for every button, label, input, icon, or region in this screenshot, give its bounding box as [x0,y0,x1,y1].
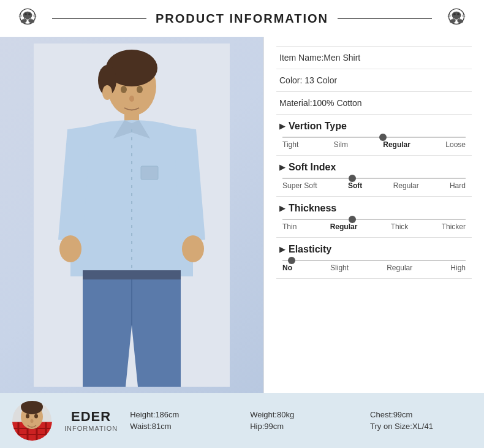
brand-name: EDER [64,409,118,425]
stat-trysize: Try on Size:XL/41 [370,422,472,431]
main-container: PRODUCT INFORMATION [0,0,484,448]
svg-point-48 [31,419,34,423]
stat-weight: Weight:80kg [250,410,352,419]
header-line-right [338,18,432,19]
elasticity-label-1: Slight [330,264,349,272]
vertion-label-0: Tight [282,140,298,149]
stat-hip: Hip:99cm [250,422,352,431]
soft-labels: Super Soft Soft Regular Hard [282,181,466,190]
svg-point-9 [28,18,35,23]
color-row: Color: 13 Color [276,69,472,92]
thickness-section: ▶ Thickness Thin Regular Thick Thicker [276,197,472,238]
product-image-section [0,37,263,393]
svg-point-19 [457,18,464,23]
item-name-row: Item Name:Men Shirt [276,46,472,69]
svg-point-26 [182,235,204,262]
thickness-label-0: Thin [282,222,297,231]
thickness-slider: Thin Regular Thick Thicker [279,219,469,231]
header-title: PRODUCT INFORMATION [156,12,328,26]
vertion-track [282,137,466,138]
svg-point-25 [59,235,81,262]
stat-waist: Waist:81cm [130,422,232,431]
thickness-label-1: Regular [330,222,358,231]
soft-track [282,178,466,179]
vertion-label-1: Silm [334,140,348,149]
footer-stats: Height:186cm Weight:80kg Chest:99cm Wais… [130,410,472,431]
brand-sub: INFORMATION [64,425,118,432]
svg-point-11 [452,12,461,20]
elasticity-title: ▶ Elasticity [279,244,469,255]
soft-label-3: Hard [450,181,466,190]
thickness-label-3: Thicker [442,222,466,231]
elasticity-label-0: No [282,264,292,272]
vertion-type-title: ▶ Vertion Type [279,121,469,132]
thickness-label-2: Thick [391,222,409,231]
tiger-icon-right [441,6,472,31]
thickness-arrow-icon: ▶ [279,204,285,213]
vertion-label-2: Regular [383,140,410,149]
svg-point-34 [102,85,112,100]
avatar-svg [12,401,52,441]
svg-point-2 [25,13,27,15]
svg-point-33 [129,96,134,102]
stat-chest: Chest:99cm [370,410,472,419]
stat-height: Height:186cm [130,410,232,419]
svg-point-3 [28,13,31,15]
svg-point-1 [23,12,32,20]
product-info-section: Item Name:Men Shirt Color: 13 Color Mate… [263,37,484,393]
soft-arrow-icon: ▶ [279,163,285,172]
thickness-labels: Thin Regular Thick Thicker [282,222,466,231]
elasticity-label-3: High [450,264,466,272]
material-label: Material:100% Cotton [279,98,362,108]
tiger-icon-left [12,6,43,31]
color-label: Color: 13 Color [279,75,337,85]
soft-dot [349,175,356,182]
elasticity-track [282,260,466,261]
footer-brand: EDER INFORMATION [64,409,118,432]
vertion-type-section: ▶ Vertion Type Tight Silm Regular Loose [276,115,472,156]
thickness-track [282,219,466,220]
soft-index-section: ▶ Soft Index Super Soft Soft Regular Har… [276,156,472,197]
content-area: Item Name:Men Shirt Color: 13 Color Mate… [0,37,484,393]
item-name-label: Item Name:Men Shirt [279,53,360,63]
soft-index-title: ▶ Soft Index [279,162,469,173]
header: PRODUCT INFORMATION [0,0,484,37]
svg-point-32 [137,86,143,93]
elasticity-label-2: Regular [387,264,412,272]
vertion-labels: Tight Silm Regular Loose [282,140,466,149]
thickness-title: ▶ Thickness [279,203,469,214]
soft-label-0: Super Soft [282,181,317,190]
svg-point-47 [34,414,38,418]
thickness-dot [349,216,356,223]
header-line-left [52,18,146,19]
soft-label-1: Soft [348,181,362,190]
svg-point-12 [453,13,456,15]
footer-avatar [12,401,52,441]
soft-slider: Super Soft Soft Regular Hard [279,178,469,190]
svg-point-46 [26,414,29,418]
soft-label-2: Regular [393,181,419,190]
material-row: Material:100% Cotton [276,92,472,115]
svg-rect-28 [141,166,158,180]
svg-point-8 [20,18,27,23]
product-image [0,37,263,393]
elasticity-slider: No Slight Regular High [279,260,469,272]
elasticity-section: ▶ Elasticity No Slight Regular High [276,238,472,279]
svg-point-18 [449,18,456,23]
vertion-slider: Tight Silm Regular Loose [279,137,469,149]
vertion-dot [379,134,387,141]
footer: EDER INFORMATION Height:186cm Weight:80k… [0,393,484,448]
man-figure-svg [34,44,230,387]
vertion-label-3: Loose [445,140,466,149]
elasticity-labels: No Slight Regular High [282,264,466,272]
svg-point-13 [457,13,459,15]
svg-rect-30 [83,270,181,279]
elasticity-arrow-icon: ▶ [279,245,285,254]
vertion-arrow-icon: ▶ [279,122,285,131]
svg-point-31 [121,86,127,93]
elasticity-dot [288,257,295,264]
